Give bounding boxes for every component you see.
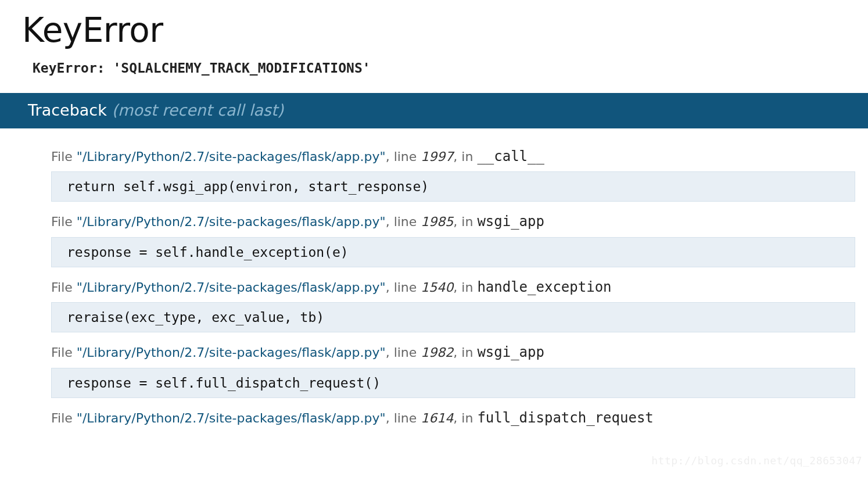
file-path-link[interactable]: "/Library/Python/2.7/site-packages/flask… [77,214,386,229]
traceback-frame[interactable]: File "/Library/Python/2.7/site-packages/… [51,409,868,427]
exception-value: KeyError: 'SQLALCHEMY_TRACK_MODIFICATION… [33,60,868,76]
line-number: 1982 [421,345,453,360]
function-name: handle_exception [477,279,611,295]
line-number: 1614 [421,411,453,425]
file-prefix: File [51,214,77,229]
in-label: , in [453,345,477,360]
line-label: , line [386,214,421,229]
line-number: 1997 [421,149,453,164]
file-prefix: File [51,345,77,360]
in-label: , in [453,214,477,229]
file-path-link[interactable]: "/Library/Python/2.7/site-packages/flask… [77,280,386,295]
function-name: full_dispatch_request [477,410,653,426]
in-label: , in [453,149,477,164]
frame-location: File "/Library/Python/2.7/site-packages/… [51,147,855,166]
source-line[interactable]: return self.wsgi_app(environ, start_resp… [51,171,855,202]
source-line[interactable]: response = self.handle_exception(e) [51,237,855,267]
traceback-frame[interactable]: File "/Library/Python/2.7/site-packages/… [51,343,868,397]
line-label: , line [386,345,421,360]
source-line[interactable]: response = self.full_dispatch_request() [51,368,855,398]
frame-location: File "/Library/Python/2.7/site-packages/… [51,212,855,231]
line-label: , line [386,280,421,295]
traceback-header-suffix: (most recent call last) [112,101,284,119]
file-prefix: File [51,149,77,164]
line-label: , line [386,411,421,425]
file-path-link[interactable]: "/Library/Python/2.7/site-packages/flask… [77,411,386,425]
source-line[interactable]: reraise(exc_type, exc_value, tb) [51,302,855,332]
frame-location: File "/Library/Python/2.7/site-packages/… [51,343,855,361]
function-name: wsgi_app [477,213,544,230]
file-path-link[interactable]: "/Library/Python/2.7/site-packages/flask… [77,345,386,360]
frame-location: File "/Library/Python/2.7/site-packages/… [51,409,855,427]
exception-title: KeyError [22,10,868,50]
in-label: , in [453,280,477,295]
frame-location: File "/Library/Python/2.7/site-packages/… [51,278,855,296]
line-label: , line [386,149,421,164]
file-prefix: File [51,280,77,295]
function-name: __call__ [477,148,544,164]
file-prefix: File [51,411,77,425]
traceback-frame[interactable]: File "/Library/Python/2.7/site-packages/… [51,278,868,332]
traceback-header-label: Traceback [28,101,107,119]
file-path-link[interactable]: "/Library/Python/2.7/site-packages/flask… [77,149,386,164]
traceback-container: Traceback (most recent call last) File "… [0,93,868,427]
frames-list: File "/Library/Python/2.7/site-packages/… [0,128,868,427]
line-number: 1985 [421,214,453,229]
function-name: wsgi_app [477,344,544,360]
line-number: 1540 [421,280,453,295]
traceback-header: Traceback (most recent call last) [0,93,868,128]
traceback-frame[interactable]: File "/Library/Python/2.7/site-packages/… [51,212,868,267]
in-label: , in [453,411,477,425]
traceback-frame[interactable]: File "/Library/Python/2.7/site-packages/… [51,147,868,202]
